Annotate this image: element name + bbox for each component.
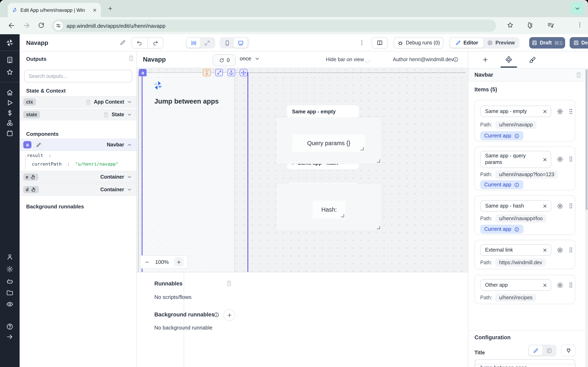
chevron-down-icon[interactable] bbox=[127, 112, 132, 117]
chevron-down-icon[interactable] bbox=[127, 99, 132, 105]
panel-scrollbar-thumb[interactable] bbox=[586, 69, 588, 210]
rename-pencil-button[interactable] bbox=[34, 141, 43, 149]
item-1-current-app-badge[interactable]: Current app bbox=[480, 131, 523, 140]
panel-doc-icon[interactable] bbox=[226, 280, 232, 287]
collapse-arrow-right-icon[interactable] bbox=[6, 333, 13, 341]
workers-robot-icon[interactable] bbox=[6, 278, 13, 285]
mobile-view-button[interactable] bbox=[221, 38, 233, 48]
undo-button[interactable] bbox=[132, 38, 148, 48]
forward-icon[interactable] bbox=[22, 22, 30, 29]
connect-plug-button[interactable] bbox=[561, 345, 576, 356]
users-person-icon[interactable] bbox=[6, 253, 13, 261]
item-2-path-value[interactable]: u/henri/navapp?foo=123 bbox=[495, 170, 558, 179]
resources-cubes-icon[interactable] bbox=[6, 119, 13, 127]
extensions-puzzle-icon[interactable] bbox=[526, 22, 533, 29]
app-canvas[interactable]: Jump between apps Same app - empty Same … bbox=[137, 68, 468, 272]
component-row-e[interactable]: e Container bbox=[20, 171, 136, 183]
refresh-count-button[interactable]: 0 bbox=[213, 54, 236, 66]
item-3-gear-icon[interactable] bbox=[557, 203, 563, 210]
item-3-path-value[interactable]: u/henri/navapp#foo bbox=[495, 215, 546, 223]
chevron-down-icon[interactable] bbox=[127, 187, 132, 192]
panel-doc-icon[interactable] bbox=[575, 72, 582, 78]
editor-tab[interactable]: Editor bbox=[450, 38, 484, 48]
clear-x-icon[interactable] bbox=[542, 157, 548, 162]
resize-handle[interactable] bbox=[377, 159, 380, 163]
run-mode-select[interactable]: once bbox=[240, 55, 260, 62]
component-row-navbar[interactable]: a Navbar bbox=[20, 139, 136, 151]
resize-handle[interactable] bbox=[361, 147, 364, 150]
panel-doc-icon[interactable] bbox=[128, 55, 134, 62]
components-diamond-icon[interactable] bbox=[505, 56, 512, 64]
item-1-grip-icon[interactable] bbox=[568, 108, 574, 115]
item-4-label-input[interactable]: External link bbox=[480, 244, 551, 256]
docs-book-button[interactable] bbox=[372, 37, 388, 49]
media-playlist-icon[interactable] bbox=[547, 22, 554, 29]
item-2-gear-icon[interactable] bbox=[557, 156, 563, 163]
item-2-current-app-badge[interactable]: Current app bbox=[480, 180, 523, 189]
chevron-up-icon[interactable] bbox=[127, 142, 132, 148]
item-2-grip-icon[interactable] bbox=[568, 156, 574, 162]
clear-x-icon[interactable] bbox=[542, 247, 548, 253]
hash-container[interactable]: Hash: bbox=[276, 184, 381, 230]
site-settings-icon[interactable] bbox=[54, 21, 63, 30]
move-tool[interactable] bbox=[240, 69, 247, 76]
url-bar[interactable]: app.windmill.dev/apps/edit/u/henri/navap… bbox=[52, 20, 496, 32]
fullscreen-button[interactable] bbox=[200, 38, 214, 48]
settings-gear-icon[interactable] bbox=[6, 266, 13, 273]
item-5-label-input[interactable]: Other app bbox=[480, 279, 551, 291]
home-icon[interactable] bbox=[6, 89, 13, 96]
desktop-view-button[interactable] bbox=[233, 38, 247, 48]
info-icon[interactable] bbox=[214, 312, 219, 318]
schedules-calendar-icon[interactable] bbox=[6, 130, 13, 137]
windmill-logo-icon[interactable] bbox=[5, 38, 14, 47]
back-icon[interactable] bbox=[8, 22, 16, 29]
component-a-tag[interactable]: a bbox=[139, 69, 147, 76]
ctx-row[interactable]: ctx App Context bbox=[20, 96, 136, 108]
item-2-label-input[interactable]: Same app - query params bbox=[480, 151, 551, 168]
item-1-gear-icon[interactable] bbox=[557, 108, 563, 115]
workspace-building-icon[interactable] bbox=[6, 56, 13, 64]
navbar-component-region[interactable]: Jump between apps bbox=[143, 73, 234, 272]
resize-handle[interactable] bbox=[377, 226, 380, 229]
anchor-tool[interactable] bbox=[227, 69, 235, 76]
tab-close-icon[interactable] bbox=[92, 8, 97, 12]
redo-button[interactable] bbox=[148, 38, 163, 48]
variables-dollar-icon[interactable] bbox=[6, 109, 13, 117]
new-tab-icon[interactable] bbox=[107, 6, 113, 11]
component-row-d[interactable]: d Container bbox=[20, 184, 136, 196]
audit-eye-icon[interactable] bbox=[6, 300, 13, 308]
chevron-down-icon[interactable] bbox=[127, 174, 132, 180]
expression-mode-button[interactable] bbox=[543, 345, 556, 356]
search-outputs-input[interactable] bbox=[24, 70, 132, 82]
runs-play-icon[interactable] bbox=[6, 99, 13, 106]
browser-tab[interactable]: Edit App u/henri/navapp | Win bbox=[8, 3, 101, 17]
styling-brush-icon[interactable] bbox=[529, 56, 536, 64]
item-3-grip-icon[interactable] bbox=[568, 203, 574, 209]
help-icon[interactable] bbox=[6, 323, 13, 330]
topbar-kebab-icon[interactable] bbox=[359, 40, 365, 46]
state-row[interactable]: state State bbox=[20, 109, 136, 120]
item-4-grip-icon[interactable] bbox=[568, 247, 574, 253]
item-4-gear-icon[interactable] bbox=[557, 247, 563, 254]
clear-x-icon[interactable] bbox=[542, 203, 548, 209]
extension-chevron-button[interactable] bbox=[571, 2, 584, 15]
edit-app-name-pencil-icon[interactable] bbox=[120, 40, 126, 46]
item-3-current-app-badge[interactable]: Current app bbox=[480, 225, 523, 234]
item-5-gear-icon[interactable] bbox=[557, 282, 563, 289]
zoom-out-minus-icon[interactable] bbox=[144, 259, 150, 265]
title-value-input[interactable]: Jump between apps bbox=[475, 359, 575, 367]
item-5-grip-icon[interactable] bbox=[568, 282, 574, 288]
item-1-path-value[interactable]: u/henri/navapp bbox=[495, 121, 536, 129]
bookmark-star-icon[interactable] bbox=[507, 22, 514, 29]
query-params-container[interactable]: Query params {} bbox=[276, 117, 381, 164]
deploy-button[interactable]: Deploy bbox=[570, 37, 588, 49]
reload-icon[interactable] bbox=[38, 22, 45, 29]
item-1-label-input[interactable]: Same app - empty bbox=[480, 106, 551, 117]
clear-x-icon[interactable] bbox=[542, 109, 548, 114]
nav-item-same-app-empty[interactable]: Same app - empty bbox=[287, 105, 359, 118]
preview-tab[interactable]: Preview bbox=[484, 38, 519, 48]
debug-runs-button[interactable]: Debug runs (0) bbox=[394, 37, 443, 49]
browser-menu-kebab-icon[interactable] bbox=[577, 22, 583, 28]
zoom-in-button[interactable] bbox=[174, 257, 184, 267]
folders-icon[interactable] bbox=[6, 289, 13, 296]
